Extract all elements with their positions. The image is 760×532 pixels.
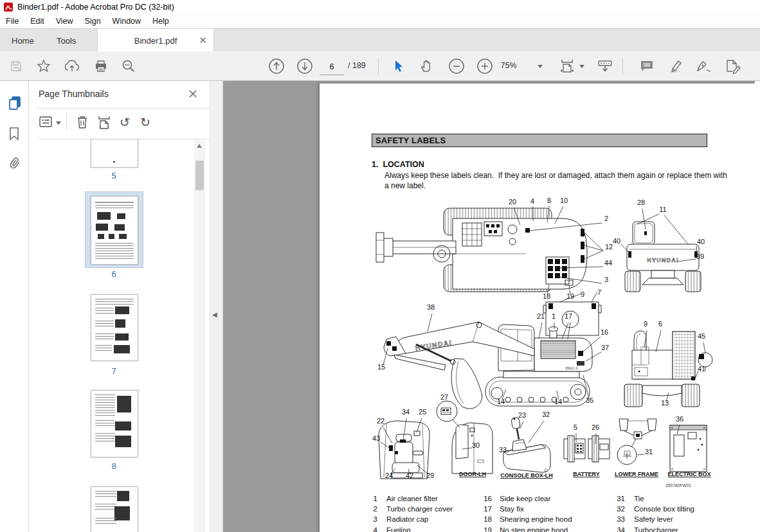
callout-number: 31	[645, 448, 653, 456]
parts-row: 34Turbocharger	[612, 526, 694, 532]
star-icon[interactable]	[35, 57, 53, 75]
parts-column: 1Air cleaner filter2Turbo charger cover3…	[367, 495, 453, 532]
callout-number: 5	[574, 423, 577, 431]
page-thumbnails-rail-icon[interactable]	[7, 95, 23, 111]
tab-close-icon[interactable]	[199, 36, 207, 44]
page-thumbnail-label[interactable]: 8	[91, 461, 137, 471]
callout-number: 43	[372, 434, 380, 442]
document-area: SAFETY LABELS 1.LOCATION Always keep the…	[223, 81, 755, 532]
component-label: LOWER FRAME	[615, 471, 658, 477]
page-thumbnail[interactable]	[91, 139, 138, 168]
parts-column: 16Side keep clear17Stay fix18Shearing en…	[479, 495, 572, 532]
panel-scrollbar-thumb[interactable]	[195, 161, 204, 190]
svg-text:HYUNDAI: HYUNDAI	[647, 257, 678, 263]
zoom-out-icon[interactable]	[448, 57, 466, 75]
callout-number: 3	[604, 276, 608, 283]
menu-file[interactable]: File	[0, 17, 24, 26]
page-thumbnail-label[interactable]: 6	[91, 269, 137, 279]
fill-sign-icon[interactable]	[724, 57, 742, 75]
component-label: BATTERY	[573, 471, 600, 477]
insert-page-icon[interactable]	[96, 114, 113, 130]
acrobat-window: Binder1.pdf - Adobe Acrobat Pro DC (32-b…	[0, 0, 760, 532]
top-view-drawing	[376, 206, 603, 303]
callout-number: 16	[601, 328, 608, 336]
page-thumbnail-label[interactable]: 7	[91, 366, 137, 376]
svg-text:290LC-9: 290LC-9	[565, 366, 577, 370]
parts-row: 18Shearing engine hood	[479, 515, 572, 526]
menu-edit[interactable]: Edit	[24, 17, 50, 26]
page-thumbnail-selected[interactable]	[86, 192, 143, 267]
search-icon[interactable]	[120, 57, 138, 75]
page-thumbnail[interactable]	[91, 390, 138, 457]
callout-number: 9	[644, 320, 647, 328]
delete-page-icon[interactable]	[74, 114, 91, 130]
panel-title: Page Thumbnails	[39, 89, 109, 99]
callout-number: 26	[592, 423, 599, 431]
callout-number: 38	[427, 303, 435, 311]
callout-number: 13	[661, 399, 669, 407]
parts-row: 32Console box tilting	[612, 505, 694, 515]
parts-column: 31Tie32Console box tilting33Safety lever…	[612, 495, 694, 532]
options-caret-icon[interactable]	[56, 121, 61, 125]
tab-home[interactable]: Home	[0, 29, 46, 52]
zoom-dropdown-caret-icon[interactable]	[538, 65, 543, 68]
component-label: ELECTRIC BOX	[667, 471, 710, 477]
parts-row: 4Fueling	[367, 526, 453, 532]
thumbnail-options-icon[interactable]	[38, 114, 55, 130]
callout-number: 28	[637, 199, 645, 206]
callout-number: 15	[377, 363, 385, 371]
zoom-in-icon[interactable]	[476, 57, 494, 75]
panel-close-icon[interactable]	[188, 89, 197, 98]
divider	[37, 108, 209, 109]
zoom-level-value[interactable]: 75%	[494, 61, 523, 70]
safety-labels-figure: HYUNDAI	[320, 193, 755, 495]
fit-dropdown-caret-icon[interactable]	[579, 65, 584, 68]
fit-width-icon[interactable]	[558, 57, 576, 75]
callout-number: 6	[658, 320, 662, 328]
collapse-panel-icon[interactable]: ◀	[212, 311, 217, 318]
callout-number: 23	[518, 411, 526, 419]
seat-drawing	[379, 418, 430, 479]
parts-row: 16Side keep clear	[479, 495, 572, 505]
tab-document[interactable]: Binder1.pdf	[97, 29, 214, 52]
scroll-up-icon[interactable]	[197, 144, 202, 148]
sign-icon[interactable]	[695, 57, 713, 75]
panel-scrollbar[interactable]	[194, 140, 205, 532]
page-thumbnail[interactable]	[91, 486, 138, 532]
menu-window[interactable]: Window	[107, 17, 147, 26]
rear-view-drawing: HYUNDAI	[621, 209, 701, 292]
menu-sign[interactable]: Sign	[79, 17, 107, 26]
callout-number: 18	[543, 292, 550, 300]
rotate-cw-icon[interactable]: ↻	[137, 114, 154, 130]
save-icon[interactable]	[7, 57, 25, 75]
share-upload-icon[interactable]	[63, 57, 81, 75]
comment-icon[interactable]	[638, 57, 656, 75]
parts-row: 33Safety lever	[612, 515, 694, 526]
navigation-rail	[0, 81, 29, 532]
tab-bar: Home Tools Binder1.pdf	[0, 28, 760, 51]
callout-number: 10	[560, 197, 568, 204]
bookmarks-rail-icon[interactable]	[7, 126, 23, 141]
body-text-line: a new label.	[385, 181, 426, 190]
toolbar-separator	[378, 58, 379, 75]
rotate-ccw-icon[interactable]: ↺	[116, 114, 133, 130]
next-page-icon[interactable]	[296, 57, 314, 75]
page-thumbnail[interactable]	[91, 294, 138, 361]
tab-tools[interactable]: Tools	[45, 29, 87, 52]
lower-frame-drawing	[617, 419, 656, 465]
print-icon[interactable]	[92, 57, 110, 75]
hand-tool-icon[interactable]	[417, 57, 435, 75]
select-tool-icon[interactable]	[390, 57, 408, 75]
highlight-icon[interactable]	[667, 57, 685, 75]
callout-number: 4	[530, 197, 534, 205]
menu-help[interactable]: Help	[147, 17, 175, 26]
page-number-input[interactable]	[320, 59, 344, 75]
scrolling-mode-icon[interactable]	[596, 57, 614, 75]
callout-number: 33	[499, 446, 507, 454]
menu-view[interactable]: View	[50, 17, 79, 26]
page-thumbnail-label[interactable]: 5	[91, 171, 137, 181]
attachments-rail-icon[interactable]	[7, 155, 23, 171]
callout-number: 32	[542, 411, 550, 418]
panel-collapse-strip[interactable]: ◀	[209, 81, 223, 532]
previous-page-icon[interactable]	[267, 57, 285, 75]
